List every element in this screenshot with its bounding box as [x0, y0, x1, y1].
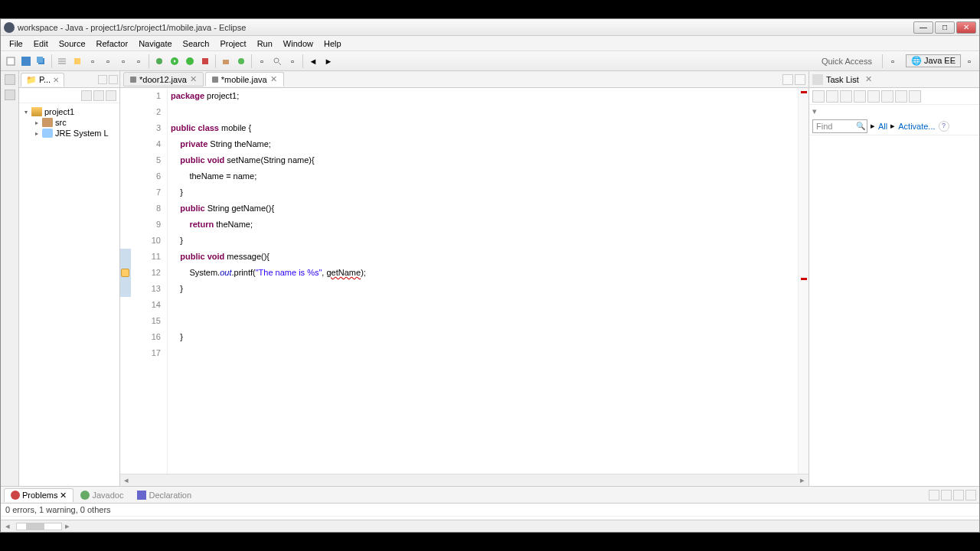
task-tb-1[interactable] — [812, 90, 825, 103]
maximize-view-button[interactable] — [965, 490, 976, 500]
perspective-java[interactable]: ▫ — [962, 54, 976, 68]
maximize-view-button[interactable] — [109, 75, 118, 84]
find-input[interactable]: Find 🔍 — [812, 119, 867, 133]
close-tab-icon[interactable]: ✕ — [60, 491, 67, 500]
close-tab-icon[interactable]: ✕ — [270, 74, 277, 84]
code-editor[interactable]: 1234567891011121314151617 package projec… — [120, 88, 808, 474]
horizontal-scrollbar[interactable]: ◂ ▸ — [120, 474, 808, 486]
warning-marker[interactable] — [121, 269, 129, 277]
task-tb-8[interactable] — [909, 90, 921, 103]
trim-item[interactable] — [5, 74, 15, 85]
new-class-button[interactable] — [234, 54, 248, 68]
menu-project[interactable]: Project — [214, 37, 251, 50]
save-all-button[interactable] — [34, 54, 48, 68]
expand-icon[interactable]: ▸ — [33, 119, 40, 126]
tool-button-4[interactable]: ▫ — [132, 54, 145, 68]
tab-icon — [11, 491, 20, 500]
all-link[interactable]: All — [878, 122, 887, 131]
bottom-tab-declaration[interactable]: Declaration — [130, 488, 198, 502]
task-tb-6[interactable] — [881, 90, 893, 103]
bottom-tab-javadoc[interactable]: Javadoc — [74, 488, 130, 502]
back-button[interactable]: ◄ — [306, 54, 320, 68]
tree-project[interactable]: ▾ project1 — [22, 106, 116, 117]
run-button[interactable] — [168, 54, 181, 68]
tool-button-2[interactable]: ▫ — [101, 54, 115, 68]
minimize-editor-button[interactable] — [782, 74, 793, 85]
task-tb-5[interactable] — [867, 90, 880, 103]
bottom-tb-1[interactable] — [929, 490, 939, 500]
perspective-javaee[interactable]: 🌐 Java EE — [906, 54, 961, 67]
chevron-right-icon: ▸ — [871, 121, 875, 131]
error-marker[interactable] — [801, 278, 807, 280]
menu-help[interactable]: Help — [318, 37, 347, 50]
eclipse-icon — [4, 22, 15, 33]
view-menu-button[interactable] — [106, 90, 116, 101]
forward-button[interactable]: ► — [322, 54, 335, 68]
expand-icon[interactable]: ▸ — [33, 130, 40, 137]
search-button[interactable] — [270, 54, 284, 68]
menu-search[interactable]: Search — [178, 37, 215, 50]
menu-refactor[interactable]: Refactor — [91, 37, 134, 50]
build-button[interactable] — [70, 54, 84, 68]
bottom-tb-2[interactable] — [941, 490, 952, 500]
task-tb-4[interactable] — [854, 90, 866, 103]
tool-button-3[interactable]: ▫ — [116, 54, 130, 68]
expand-icon[interactable]: ▾ — [22, 109, 29, 116]
task-tb-2[interactable] — [826, 90, 838, 103]
menu-edit[interactable]: Edit — [28, 37, 54, 50]
maximize-editor-button[interactable] — [795, 74, 805, 85]
collapse-all-button[interactable] — [81, 90, 92, 101]
editor-tab[interactable]: *door12.java✕ — [123, 72, 204, 86]
menu-source[interactable]: Source — [54, 37, 91, 50]
debug-button[interactable] — [152, 54, 166, 68]
new-button[interactable] — [4, 54, 18, 68]
status-scrollbar[interactable] — [16, 523, 62, 530]
titlebar: workspace - Java - project1/src/project1… — [1, 19, 979, 36]
code-text[interactable]: package project1; public class mobile { … — [168, 88, 798, 474]
open-type-button[interactable]: ▫ — [255, 54, 269, 68]
scroll-right-icon[interactable]: ▸ — [796, 475, 808, 485]
close-button[interactable]: ✕ — [956, 21, 976, 34]
quick-access[interactable]: Quick Access — [815, 54, 879, 68]
task-tb-3[interactable] — [840, 90, 852, 103]
tree-jre[interactable]: ▸ JRE System L — [22, 128, 116, 139]
scroll-left-icon[interactable]: ◂ — [5, 521, 10, 531]
close-tab-icon[interactable]: ✕ — [190, 74, 197, 84]
link-editor-button[interactable] — [93, 90, 104, 101]
tool-button[interactable]: ▫ — [86, 54, 100, 68]
toggle-breadcrumb-button[interactable] — [55, 54, 69, 68]
run-last-button[interactable] — [183, 54, 197, 68]
explorer-tab[interactable]: 📁 P... ✕ — [21, 73, 64, 86]
left-trim — [1, 71, 19, 486]
scroll-left-icon[interactable]: ◂ — [120, 475, 132, 485]
close-view-icon[interactable]: ✕ — [865, 74, 872, 84]
menu-run[interactable]: Run — [252, 37, 278, 50]
chevron-down-icon[interactable]: ▾ — [812, 106, 817, 116]
task-tb-7[interactable] — [895, 90, 907, 103]
help-icon[interactable]: ? — [939, 121, 949, 132]
minimize-button[interactable]: — — [913, 21, 933, 34]
menu-window[interactable]: Window — [278, 37, 318, 50]
trim-item[interactable] — [5, 90, 15, 100]
maximize-button[interactable]: □ — [935, 21, 955, 34]
activate-link[interactable]: Activate... — [898, 122, 935, 131]
close-tab-icon[interactable]: ✕ — [53, 76, 59, 84]
line-numbers: 1234567891011121314151617 — [131, 88, 168, 474]
tree-src[interactable]: ▸ src — [22, 117, 116, 128]
new-package-button[interactable] — [219, 54, 233, 68]
svg-rect-8 — [202, 58, 208, 64]
error-marker[interactable] — [801, 91, 807, 93]
bottom-tab-problems[interactable]: Problems ✕ — [4, 488, 74, 502]
save-button[interactable] — [19, 54, 33, 68]
scroll-right-icon[interactable]: ▸ — [65, 521, 70, 531]
editor-tab[interactable]: *mobile.java✕ — [205, 72, 284, 86]
open-perspective-button[interactable]: ▫ — [886, 54, 900, 68]
external-tools-button[interactable] — [198, 54, 212, 68]
bottom-tabs: Problems ✕JavadocDeclaration — [1, 487, 979, 504]
annotation-button[interactable]: ▫ — [286, 54, 299, 68]
menu-navigate[interactable]: Navigate — [133, 37, 177, 50]
minimize-view-button[interactable] — [953, 490, 964, 500]
menu-file[interactable]: File — [4, 37, 28, 50]
minimize-view-button[interactable] — [98, 75, 107, 84]
svg-rect-1 — [21, 57, 31, 66]
